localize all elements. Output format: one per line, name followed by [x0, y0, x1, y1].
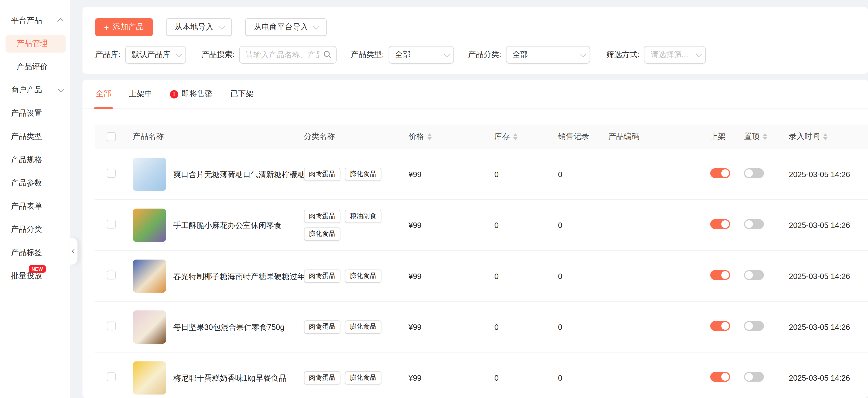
new-badge: NEW — [29, 265, 46, 272]
sort-icon — [513, 133, 518, 140]
sidebar-item-product-categories[interactable]: 产品分类 — [0, 218, 70, 241]
pin-top-toggle[interactable] — [744, 219, 764, 229]
cell-price: ¥99 — [409, 373, 494, 382]
cell-category: 肉禽蛋品膨化食品 — [304, 167, 408, 181]
cell-category: 肉禽蛋品膨化食品 — [304, 269, 408, 283]
filter-group-product-search-input: 产品搜索: — [202, 46, 336, 64]
product-search-input[interactable] — [239, 46, 336, 64]
select-value: 全部 — [395, 50, 410, 60]
sidebar-item-label: 产品表单 — [11, 201, 42, 211]
col-header-label: 产品名称 — [133, 132, 164, 142]
col-header-created[interactable]: 录入时间 — [789, 132, 868, 142]
category-tag: 粮油副食 — [345, 209, 381, 223]
col-header-top[interactable]: 置顶 — [744, 132, 789, 142]
sidebar-item-label: 产品类型 — [11, 132, 42, 142]
filter-mode-select[interactable]: 请选择筛... — [644, 46, 706, 64]
product-table: 产品名称分类名称价格库存销售记录产品编码上架置顶录入时间 爽口含片无糖薄荷糖口气… — [95, 125, 868, 398]
pin-top-toggle[interactable] — [744, 270, 764, 280]
pin-top-toggle[interactable] — [744, 321, 764, 331]
sidebar-item-label: 产品标签 — [11, 248, 42, 258]
sidebar-item-product-management[interactable]: 产品管理 — [5, 35, 66, 53]
tab-label: 全部 — [96, 89, 111, 99]
sidebar-item-product-types[interactable]: 产品类型 — [0, 125, 70, 148]
sidebar-item-label: 产品规格 — [11, 155, 42, 165]
category-tag: 肉禽蛋品 — [304, 320, 340, 333]
row-checkbox[interactable] — [107, 220, 116, 228]
sidebar-item-product-settings[interactable]: 产品设置 — [0, 102, 70, 125]
cell-price: ¥99 — [409, 322, 494, 331]
cell-created-time: 2025-03-05 14:26 — [789, 322, 868, 331]
select-all-checkbox[interactable] — [107, 132, 116, 141]
row-checkbox[interactable] — [107, 169, 116, 178]
sidebar-item-merchant-products[interactable]: 商户产品 — [0, 78, 70, 102]
sidebar-item-label: 产品分类 — [11, 225, 42, 235]
table-row: 梅尼耶干蛋糕奶香味1kg早餐食品肉禽蛋品膨化食品¥99002025-03-05 … — [95, 353, 868, 398]
cell-top — [744, 168, 789, 180]
category-tag: 膨化食品 — [304, 227, 340, 240]
sidebar-item-product-reviews[interactable]: 产品评价 — [0, 55, 70, 78]
tab-low-stock[interactable]: !即将售罄 — [170, 80, 212, 108]
pin-top-toggle[interactable] — [744, 168, 764, 178]
sidebar-item-label: 批量投放 — [11, 271, 42, 281]
product-name: 手工酥脆小麻花办公室休闲零食 — [173, 219, 279, 231]
product-category-select[interactable]: 全部 — [506, 46, 590, 64]
chevron-down-icon — [58, 86, 64, 92]
cell-category: 肉禽蛋品膨化食品 — [304, 320, 408, 333]
import-local-button[interactable]: 从本地导入 — [166, 18, 232, 36]
pin-top-toggle[interactable] — [744, 372, 764, 382]
tab-label: 已下架 — [230, 89, 253, 99]
import-ecom-label: 从电商平台导入 — [254, 22, 308, 32]
plus-icon: + — [104, 23, 109, 31]
sidebar-nav: 平台产品产品管理产品评价商户产品产品设置产品类型产品规格产品参数产品表单产品分类… — [0, 0, 70, 288]
on-shelf-toggle[interactable] — [710, 168, 730, 178]
cell-select — [95, 322, 133, 332]
col-header-stock[interactable]: 库存 — [494, 132, 558, 142]
select-value: 请选择筛... — [651, 50, 688, 60]
cell-sales: 0 — [558, 322, 608, 331]
product-image — [133, 208, 166, 241]
tab-listed[interactable]: 上架中 — [129, 80, 152, 108]
row-checkbox[interactable] — [107, 372, 116, 381]
table-row: 爽口含片无糖薄荷糖口气清新糖柠檬糖果肉禽蛋品膨化食品¥99002025-03-0… — [95, 149, 868, 200]
sidebar-item-platform-products[interactable]: 平台产品 — [0, 9, 70, 32]
add-product-button[interactable]: + 添加产品 — [95, 18, 153, 36]
on-shelf-toggle[interactable] — [710, 372, 730, 382]
select-value: 全部 — [513, 50, 528, 60]
cell-category: 肉禽蛋品粮油副食膨化食品 — [304, 209, 408, 240]
row-checkbox[interactable] — [107, 271, 116, 279]
sidebar-collapse-handle[interactable] — [70, 238, 78, 265]
sidebar-item-product-params[interactable]: 产品参数 — [0, 171, 70, 195]
filter-label: 产品类型: — [351, 50, 384, 60]
cell-created-time: 2025-03-05 14:26 — [789, 373, 868, 382]
product-image — [133, 158, 166, 191]
import-ecom-button[interactable]: 从电商平台导入 — [245, 18, 327, 36]
table-header: 产品名称分类名称价格库存销售记录产品编码上架置顶录入时间 — [95, 125, 868, 149]
status-tabs: 全部上架中!即将售罄已下架 — [83, 80, 868, 109]
col-header-label: 销售记录 — [558, 132, 589, 142]
on-shelf-toggle[interactable] — [710, 270, 730, 280]
cell-shelf — [710, 168, 744, 180]
filter-group-product-library-select: 产品库:默认产品库 — [95, 46, 186, 64]
cell-sales: 0 — [558, 373, 608, 382]
product-library-select[interactable]: 默认产品库 — [125, 46, 186, 64]
cell-select — [95, 169, 133, 179]
cell-top — [744, 270, 789, 281]
tab-delisted[interactable]: 已下架 — [230, 80, 253, 108]
sidebar-item-product-forms[interactable]: 产品表单 — [0, 195, 70, 218]
product-type-select[interactable]: 全部 — [389, 46, 454, 64]
col-header-label: 分类名称 — [304, 132, 335, 142]
cell-price: ¥99 — [409, 170, 494, 178]
product-image — [133, 361, 166, 394]
sidebar-item-product-labels[interactable]: 产品标签 — [0, 241, 70, 265]
on-shelf-toggle[interactable] — [710, 219, 730, 229]
sidebar-item-product-specs[interactable]: 产品规格 — [0, 148, 70, 172]
row-checkbox[interactable] — [107, 322, 116, 330]
sidebar-item-label: 商户产品 — [11, 85, 42, 95]
filter-label: 产品分类: — [468, 50, 501, 60]
on-shelf-toggle[interactable] — [710, 321, 730, 331]
col-header-price[interactable]: 价格 — [409, 132, 494, 142]
table-row: 每日坚果30包混合果仁零食750g肉禽蛋品膨化食品¥99002025-03-05… — [95, 302, 868, 353]
chevron-down-icon — [218, 23, 224, 29]
tab-all[interactable]: 全部 — [96, 80, 111, 108]
sidebar-item-batch-publish[interactable]: 批量投放NEW — [0, 265, 70, 288]
